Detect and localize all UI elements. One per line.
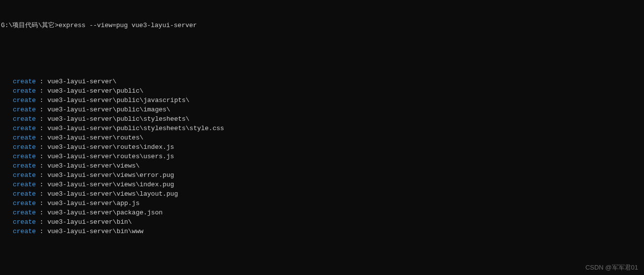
separator: : (36, 143, 47, 151)
create-line: create : vue3-layui-server\views\error.p… (0, 171, 644, 180)
create-keyword: create (13, 209, 36, 216)
create-line: create : vue3-layui-server\app.js (0, 199, 644, 208)
prompt-path: G:\项目代码\其它> (1, 22, 59, 29)
separator: : (36, 218, 47, 226)
created-path: vue3-layui-server\routes\ (47, 134, 143, 141)
create-line: create : vue3-layui-server\package.json (0, 208, 644, 217)
separator: : (36, 78, 47, 85)
separator: : (36, 106, 47, 113)
created-path: vue3-layui-server\public\ (47, 87, 143, 95)
create-line: create : vue3-layui-server\ (0, 77, 644, 86)
create-keyword: create (13, 162, 36, 170)
created-path: vue3-layui-server\views\ (47, 162, 139, 170)
create-keyword: create (13, 190, 36, 198)
created-path: vue3-layui-server\bin\www (47, 228, 143, 235)
create-line: create : vue3-layui-server\routes\users.… (0, 152, 644, 161)
created-path: vue3-layui-server\public\stylesheets\sty… (47, 125, 224, 132)
created-path: vue3-layui-server\routes\index.js (47, 143, 174, 151)
create-line: create : vue3-layui-server\bin\ (0, 217, 644, 227)
separator: : (36, 181, 47, 188)
create-line: create : vue3-layui-server\public\javasc… (0, 96, 644, 105)
created-path: vue3-layui-server\views\index.pug (47, 181, 174, 188)
create-keyword: create (13, 106, 36, 113)
create-keyword: create (13, 134, 36, 141)
separator: : (36, 209, 47, 216)
blank-line (0, 49, 644, 58)
create-keyword: create (13, 115, 36, 123)
created-path: vue3-layui-server\ (47, 78, 116, 85)
create-line: create : vue3-layui-server\routes\ (0, 133, 644, 142)
created-path: vue3-layui-server\package.json (47, 209, 162, 216)
create-line: create : vue3-layui-server\public\styles… (0, 114, 644, 124)
create-keyword: create (13, 172, 36, 179)
created-path: vue3-layui-server\bin\ (47, 218, 132, 226)
create-keyword: create (13, 153, 36, 160)
create-line: create : vue3-layui-server\routes\index.… (0, 142, 644, 152)
command-input: express --view=pug vue3-layui-server (59, 22, 197, 29)
created-path: vue3-layui-server\views\layout.pug (47, 190, 178, 198)
created-path: vue3-layui-server\app.js (47, 200, 139, 207)
create-line: create : vue3-layui-server\views\ (0, 161, 644, 171)
create-keyword: create (13, 97, 36, 104)
terminal-output[interactable]: G:\项目代码\其它>express --view=pug vue3-layui… (0, 2, 644, 275)
separator: : (36, 200, 47, 207)
created-path: vue3-layui-server\views\error.pug (47, 172, 174, 179)
separator: : (36, 190, 47, 198)
separator: : (36, 228, 47, 235)
separator: : (36, 125, 47, 132)
create-keyword: create (13, 181, 36, 188)
created-path: vue3-layui-server\public\javascripts\ (47, 97, 190, 104)
created-path: vue3-layui-server\public\stylesheets\ (47, 115, 190, 123)
blank-line (0, 255, 644, 264)
create-keyword: create (13, 228, 36, 235)
create-keyword: create (13, 218, 36, 226)
separator: : (36, 162, 47, 170)
create-keyword: create (13, 143, 36, 151)
create-line: create : vue3-layui-server\public\images… (0, 105, 644, 114)
create-line: create : vue3-layui-server\bin\www (0, 227, 644, 236)
separator: : (36, 97, 47, 104)
separator: : (36, 172, 47, 179)
create-keyword: create (13, 200, 36, 207)
prompt-line: G:\项目代码\其它>express --view=pug vue3-layui… (0, 21, 644, 30)
created-path: vue3-layui-server\routes\users.js (47, 153, 174, 160)
create-keyword: create (13, 87, 36, 95)
create-line: create : vue3-layui-server\views\layout.… (0, 189, 644, 199)
create-line: create : vue3-layui-server\views\index.p… (0, 180, 644, 189)
separator: : (36, 87, 47, 95)
create-line: create : vue3-layui-server\public\styles… (0, 124, 644, 133)
watermark: CSDN @军军君01 (585, 263, 638, 272)
create-line: create : vue3-layui-server\public\ (0, 86, 644, 96)
separator: : (36, 153, 47, 160)
create-keyword: create (13, 78, 36, 85)
create-keyword: create (13, 125, 36, 132)
separator: : (36, 115, 47, 123)
created-path: vue3-layui-server\public\images\ (47, 106, 170, 113)
separator: : (36, 134, 47, 141)
